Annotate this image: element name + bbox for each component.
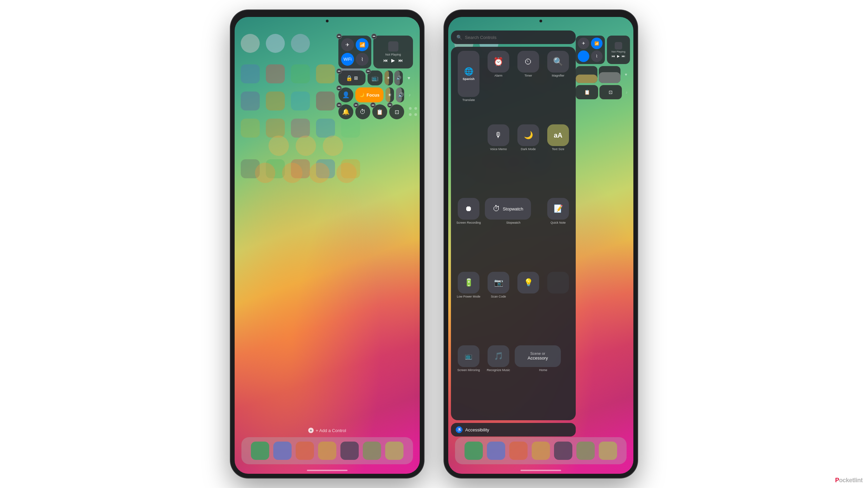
remove-notif-btn[interactable] (336, 102, 342, 108)
notifications-btn[interactable]: 🔔 (338, 104, 353, 119)
screen-recording-tile[interactable]: ⏺ Screen Recording (455, 198, 482, 269)
remove-sr-btn[interactable] (370, 102, 376, 108)
search-controls-input[interactable] (465, 35, 570, 40)
dock-right (455, 437, 627, 464)
remove-connectivity-btn[interactable] (336, 34, 342, 39)
remove-np-btn[interactable] (371, 34, 377, 39)
mini-slider-brightness[interactable] (576, 66, 597, 83)
mini-slider-volume[interactable] (599, 66, 620, 83)
now-playing-panel-left: Not Playing ⏮ ▶ ⏭ (373, 36, 413, 68)
play-btn-left[interactable]: ▶ (391, 58, 395, 63)
ipad-left: + + Add a Control ✈ 📶 (231, 10, 424, 478)
dark-mode-label: Dark Mode (521, 147, 536, 151)
next-btn-left[interactable]: ⏭ (398, 58, 403, 63)
stopwatch-tile[interactable]: ⏱ Stopwatch Stopwatch (485, 198, 542, 269)
dock-icon-4[interactable] (318, 442, 336, 460)
stopwatch-label: Stopwatch (503, 206, 524, 211)
screen-recording-label: Screen Recording (456, 221, 481, 224)
remove-stopwatch-btn[interactable] (353, 102, 359, 108)
magnifier-tile[interactable]: 🔍 Magnifier (545, 51, 572, 122)
search-controls-bar: 🔍 (451, 30, 576, 44)
scene: + + Add a Control ✈ 📶 (0, 0, 868, 488)
text-size-tile[interactable]: aA Text Size (545, 124, 572, 195)
dock-r-icon-5[interactable] (554, 442, 572, 460)
voice-memo-tile[interactable]: 🎙 Voice Memo (485, 124, 512, 195)
wifi-btn[interactable]: 📶 (356, 38, 369, 51)
screen-mirroring-tile[interactable]: 📺 Screen Mirroring (455, 345, 482, 416)
mini-np-controls: ⏮ ▶ ⏭ (612, 54, 625, 58)
recognize-music-tile[interactable]: 🎵 Recognize Music (485, 345, 512, 416)
screen-recording-small-btn[interactable]: 📋 (372, 104, 387, 119)
music-note-icon: ♪ (406, 93, 413, 97)
mini-wifi-btn[interactable]: 📶 (591, 38, 603, 49)
dock-icon-2[interactable] (273, 442, 292, 460)
dock-r-icon-3[interactable] (509, 442, 528, 460)
mini-sliders: ♥ (576, 66, 630, 83)
quick-note-label: Quick Note (551, 221, 566, 224)
focus-person-btn[interactable]: 👤 (338, 87, 353, 102)
cc-main-right: 🔍 🌐 Spanish Translate (451, 30, 576, 436)
orientation-lock-btn[interactable]: 🔒 ⊞ (338, 70, 366, 85)
mini-wifi2-btn[interactable] (578, 50, 589, 62)
watermark: Pocketlint (835, 477, 863, 484)
bulb-tile[interactable]: 💡 (515, 272, 542, 343)
dock-r-icon-2[interactable] (487, 442, 505, 460)
dock-icon-1[interactable] (251, 442, 269, 460)
empty-tile (545, 272, 572, 343)
mini-np-panel: Not Playing ⏮ ▶ ⏭ (607, 36, 630, 64)
mini-prev-btn[interactable]: ⏮ (612, 54, 615, 58)
scan-code-tile[interactable]: 📷 Scan Code (485, 272, 512, 343)
home-tile[interactable]: Scene or Accessory Home (515, 345, 572, 416)
add-icon: + (308, 428, 314, 433)
dots-grid-left (406, 104, 420, 119)
brightness-btn[interactable]: ☀ (386, 87, 394, 102)
alarm-tile[interactable]: ⏰ Alarm (485, 51, 512, 122)
volume-slider[interactable]: 🔊 (394, 70, 403, 85)
quick-note-tile[interactable]: 📝 Quick Note (545, 198, 572, 269)
bluetooth-btn[interactable]: ⌇ (356, 53, 369, 66)
remove-focus-btn[interactable] (336, 85, 342, 91)
focus-btn[interactable]: 🌙 Focus (355, 87, 383, 102)
mini-airplane-btn[interactable]: ✈ (578, 38, 589, 49)
dark-mode-tile[interactable]: 🌙 Dark Mode (515, 124, 542, 195)
dock-icon-7[interactable] (385, 442, 403, 460)
mini-template-btn[interactable]: ⊡ (599, 85, 622, 99)
mini-next-btn[interactable]: ⏭ (622, 54, 625, 58)
template-btn[interactable]: ⊡ (389, 104, 404, 119)
remove-template-btn[interactable] (387, 102, 393, 108)
scan-code-label: Scan Code (491, 295, 506, 298)
mini-play-btn[interactable]: ▶ (617, 54, 620, 58)
airplane-mode-btn[interactable]: ✈ (341, 38, 354, 51)
translate-sublabel: Spanish (462, 77, 474, 81)
home-indicator-right (520, 470, 561, 471)
watermark-rest: ocketlint (839, 477, 863, 484)
dock-r-icon-1[interactable] (465, 442, 483, 460)
mini-screen-rec-btn[interactable]: 📋 (576, 85, 598, 99)
magnifier-label: Magnifier (552, 74, 564, 77)
dock-r-icon-6[interactable] (576, 442, 595, 460)
translate-tile[interactable]: 🌐 Spanish Translate (455, 51, 482, 195)
mini-music-icon: ♪ (623, 85, 630, 99)
controls-grid: 🌐 Spanish Translate ⏰ Alarm (451, 47, 576, 420)
brightness-slider[interactable]: ☀ (384, 70, 393, 85)
dock-r-icon-7[interactable] (599, 442, 617, 460)
volume-btn[interactable]: 🔊 (396, 87, 404, 102)
screen-mirror-btn[interactable]: 📺 (368, 70, 382, 85)
dock-icon-3[interactable] (296, 442, 314, 460)
mini-bt-btn[interactable]: ⌇ (591, 50, 603, 62)
timer-label: Timer (525, 74, 532, 77)
dock-icon-6[interactable] (363, 442, 381, 460)
timer-tile[interactable]: ⏲ Timer (515, 51, 542, 122)
remove-mirror-btn[interactable] (366, 68, 371, 74)
low-power-tile[interactable]: 🔋 Low Power Mode (455, 272, 482, 343)
wifi-btn2[interactable]: WiFi (341, 53, 354, 66)
add-control-button[interactable]: + + Add a Control (308, 428, 346, 433)
stopwatch-btn-left[interactable]: ⏱ (355, 104, 370, 119)
dock-icon-5[interactable] (340, 442, 359, 460)
remove-lock-btn[interactable] (336, 68, 342, 74)
home-scene-label: Scene or (530, 351, 545, 355)
dock-r-icon-4[interactable] (532, 442, 550, 460)
accessibility-bar[interactable]: ♿ Accessibility (451, 423, 576, 436)
prev-btn-left[interactable]: ⏮ (383, 58, 388, 63)
camera-dot-left (326, 20, 329, 22)
